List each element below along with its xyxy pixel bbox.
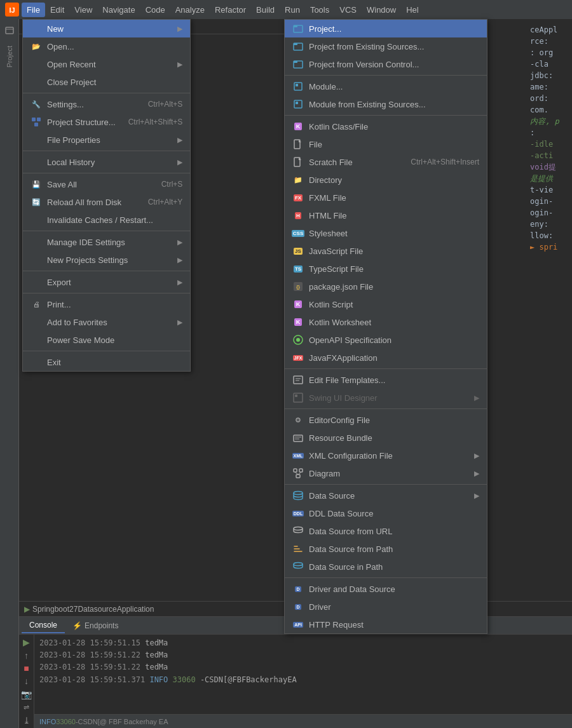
- menu-open-label: Open...: [47, 42, 74, 51]
- divider-3: [23, 173, 190, 173]
- new-kotlin-worksheet[interactable]: K Kotlin Worksheet: [285, 313, 487, 331]
- menu-save-all[interactable]: 💾 Save All Ctrl+S: [23, 175, 190, 193]
- new-module[interactable]: Module...: [285, 78, 487, 95]
- new-ts[interactable]: TS TypeScript File: [285, 260, 487, 278]
- svg-rect-4: [32, 118, 36, 121]
- menu-local-history-label: Local History: [47, 158, 95, 167]
- new-kotlin-class-label: Kotlin Class/File: [309, 122, 368, 131]
- menu-settings-label: Settings...: [47, 100, 84, 109]
- scratch-shortcut: Ctrl+Alt+Shift+Insert: [398, 158, 479, 166]
- menu-exit-label: Exit: [47, 358, 61, 367]
- menu-local-history[interactable]: Local History ▶: [23, 153, 190, 171]
- new-project-existing[interactable]: Project from Existing Sources...: [285, 37, 487, 55]
- menu-power-save[interactable]: Power Save Mode: [23, 331, 190, 349]
- menu-file[interactable]: File: [22, 3, 45, 17]
- new-resource-bundle[interactable]: Resource Bundle: [285, 429, 487, 447]
- menu-refactor[interactable]: Refactor: [210, 3, 251, 17]
- new-datasource-url[interactable]: Data Source from URL: [285, 522, 487, 540]
- new-css[interactable]: CSS Stylesheet: [285, 224, 487, 242]
- menu-manage-ide[interactable]: Manage IDE Settings ▶: [23, 233, 190, 251]
- menu-settings[interactable]: 🔧 Settings... Ctrl+Alt+S: [23, 95, 190, 113]
- menu-invalidate[interactable]: Invalidate Caches / Restart...: [23, 211, 190, 229]
- new-datasource-path[interactable]: Data Source from Path: [285, 540, 487, 558]
- new-http-request[interactable]: API HTTP Request: [285, 616, 487, 633]
- svg-rect-26: [294, 393, 303, 402]
- new-driver-datasource-label: Driver and Data Source: [309, 584, 395, 594]
- camera-btn[interactable]: 📷: [20, 689, 33, 699]
- menu-vcs[interactable]: VCS: [334, 3, 362, 17]
- scroll-down-btn[interactable]: ↓: [20, 676, 33, 686]
- new-fxml[interactable]: FX FXML File: [285, 189, 487, 206]
- new-kotlin-class[interactable]: K Kotlin Class/File: [285, 118, 487, 135]
- new-ddl-datasource[interactable]: DDL DDL Data Source: [285, 504, 487, 522]
- copy-btn[interactable]: ⇌: [20, 702, 33, 712]
- new-xml-config[interactable]: XML XML Configuration File ▶: [285, 447, 487, 464]
- menu-open-recent[interactable]: Open Recent ▶: [23, 55, 190, 73]
- down-btn[interactable]: ⤓: [20, 715, 33, 725]
- new-module-existing[interactable]: Module from Existing Sources...: [285, 95, 487, 113]
- menu-project-structure[interactable]: Project Structure... Ctrl+Alt+Shift+S: [23, 113, 190, 131]
- sidebar-project-icon[interactable]: [1, 23, 18, 39]
- run-app-icon: ▶: [24, 605, 30, 614]
- new-kotlin-script[interactable]: K Kotlin Script: [285, 295, 487, 313]
- new-datasource-in-path[interactable]: Data Source in Path: [285, 558, 487, 576]
- new-directory[interactable]: 📁 Directory: [285, 171, 487, 189]
- new-scratch[interactable]: Scratch File Ctrl+Alt+Shift+Insert: [285, 153, 487, 171]
- add-favorites-arrow-icon: ▶: [177, 318, 182, 327]
- new-data-source[interactable]: Data Source ▶: [285, 487, 487, 504]
- new-driver[interactable]: D Driver: [285, 598, 487, 616]
- new-js[interactable]: JS JavaScript File: [285, 242, 487, 260]
- driver-icon: D: [292, 601, 304, 612]
- new-css-label: Stylesheet: [309, 229, 348, 238]
- menu-edit[interactable]: Edit: [45, 3, 69, 17]
- menu-help[interactable]: Hel: [401, 3, 424, 17]
- datasource-path-icon: [292, 543, 304, 555]
- new-html[interactable]: H HTML File: [285, 206, 487, 224]
- new-project[interactable]: Project...: [285, 20, 487, 37]
- new-file[interactable]: File: [285, 135, 487, 153]
- menu-print[interactable]: 🖨 Print...: [23, 295, 190, 313]
- new-driver-datasource[interactable]: D Driver and Data Source: [285, 580, 487, 598]
- menu-close-project[interactable]: Close Project: [23, 73, 190, 91]
- swing-ui-designer[interactable]: Swing UI Designer ▶: [285, 389, 487, 407]
- new-project-vcs[interactable]: Project from Version Control...: [285, 55, 487, 73]
- new-editorconfig[interactable]: ⚙ EditorConfig File: [285, 411, 487, 429]
- http-request-icon: API: [292, 619, 304, 630]
- run-btn[interactable]: ▶: [20, 637, 33, 647]
- project-label[interactable]: Project: [6, 43, 13, 70]
- edit-templates-icon: [292, 374, 304, 386]
- menu-run[interactable]: Run: [280, 3, 305, 17]
- endpoints-tab[interactable]: ⚡ Endpoints: [67, 619, 123, 633]
- new-diagram[interactable]: Diagram ▶: [285, 464, 487, 482]
- menu-exit[interactable]: Exit: [23, 353, 190, 371]
- ddl-icon: DDL: [292, 508, 304, 519]
- menu-new-projects-settings[interactable]: New Projects Settings ▶: [23, 251, 190, 269]
- menu-code[interactable]: Code: [140, 3, 170, 17]
- menu-export[interactable]: Export ▶: [23, 273, 190, 291]
- menu-tools[interactable]: Tools: [305, 3, 334, 17]
- menu-analyze[interactable]: Analyze: [170, 3, 210, 17]
- new-javafx[interactable]: JFX JavaFXApplication: [285, 349, 487, 367]
- menu-new[interactable]: New ▶: [23, 20, 190, 37]
- new-openapi[interactable]: OpenAPI Specification: [285, 331, 487, 349]
- new-module-existing-icon: [292, 98, 304, 110]
- menu-open[interactable]: 📂 Open...: [23, 37, 190, 55]
- new-package-json[interactable]: {} package.json File: [285, 278, 487, 295]
- menu-reload[interactable]: 🔄 Reload All from Disk Ctrl+Alt+Y: [23, 193, 190, 211]
- console-tab[interactable]: Console: [22, 618, 65, 633]
- menu-navigate[interactable]: Navigate: [97, 3, 140, 17]
- stop-btn[interactable]: ■: [20, 663, 33, 673]
- new-arrow-icon: ▶: [177, 25, 182, 33]
- menu-view[interactable]: View: [69, 3, 97, 17]
- power-save-icon: [31, 334, 42, 346]
- menu-add-favorites[interactable]: Add to Favorites ▶: [23, 313, 190, 331]
- menu-window[interactable]: Window: [362, 3, 401, 17]
- edit-file-templates[interactable]: Edit File Templates...: [285, 371, 487, 389]
- new-html-label: HTML File: [309, 211, 346, 220]
- code-line-19: ogin-: [530, 196, 569, 207]
- menu-file-properties[interactable]: File Properties ▶: [23, 131, 190, 149]
- menu-build[interactable]: Build: [251, 3, 280, 17]
- log-4-suffix: -CSDN[@FBFBackerhayEA: [200, 675, 297, 684]
- scroll-up-btn[interactable]: ↑: [20, 650, 33, 660]
- datasource-in-path-icon: [292, 561, 304, 572]
